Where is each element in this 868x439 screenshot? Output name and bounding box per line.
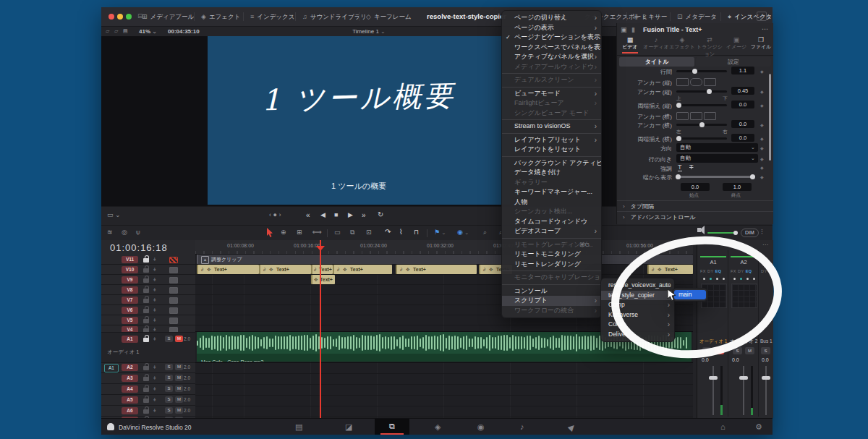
subtab-title[interactable]: タイトル xyxy=(619,57,694,67)
tab-effects[interactable]: ◈エフェクト xyxy=(669,36,695,51)
auto-select-icon[interactable]: ‹|› xyxy=(153,307,156,312)
replace-clip-icon[interactable]: ⊡ xyxy=(366,229,372,236)
page-fusion-icon[interactable]: ◈ xyxy=(435,422,441,432)
fader-value[interactable]: 0.0 xyxy=(702,357,709,362)
direction-select[interactable]: 自動⌄ xyxy=(676,143,758,152)
effects-button[interactable]: ◈エフェクト xyxy=(201,7,240,26)
auto-select-icon[interactable]: ‹|› xyxy=(153,297,156,302)
menu-item[interactable]: レイアウトプリセット xyxy=(502,135,601,145)
keyframe-icon[interactable]: ◆ xyxy=(760,136,764,141)
anchor-h-slider[interactable] xyxy=(676,124,727,126)
retime-curve-icon[interactable]: ↷ xyxy=(385,228,391,236)
justify-h-slider[interactable] xyxy=(676,137,727,140)
mute-button[interactable]: M xyxy=(175,385,183,392)
track-enable-box[interactable] xyxy=(169,317,178,324)
keyframe-icon[interactable]: ◆ xyxy=(760,174,764,179)
menu-item[interactable]: レイアウトをリセット xyxy=(502,145,601,155)
insert-clip-icon[interactable]: ▭ xyxy=(334,229,341,236)
menu-item[interactable]: リモートレンダリング xyxy=(502,260,601,270)
fader-track[interactable] xyxy=(743,366,744,415)
track-enable-box[interactable] xyxy=(169,327,178,332)
dy-button[interactable]: DY xyxy=(707,269,714,273)
playhead-line[interactable] xyxy=(320,240,321,418)
lock-icon[interactable] xyxy=(143,268,149,273)
track-enable-box[interactable] xyxy=(169,307,178,314)
track-header-v7[interactable]: V7 ‹|› xyxy=(101,295,195,305)
line-gap-slider[interactable] xyxy=(676,70,727,72)
submenu-item[interactable]: resolve_voicevox_auto xyxy=(601,281,674,291)
marker-menu[interactable]: ◉ ⌄ xyxy=(457,229,469,236)
mute-button[interactable]: M xyxy=(175,407,183,414)
solo-button[interactable]: S xyxy=(165,396,173,403)
lock-icon[interactable] xyxy=(143,309,149,313)
solo-button[interactable]: S xyxy=(165,407,173,414)
eq-button[interactable]: EQ xyxy=(746,269,752,273)
solo-button[interactable]: S xyxy=(761,347,770,354)
subtab-settings[interactable]: 設定 xyxy=(696,57,771,67)
lock-icon[interactable] xyxy=(143,388,149,392)
fader-value[interactable]: 0.0 xyxy=(762,357,769,362)
inspector-more-icon[interactable]: ⋯ xyxy=(762,25,768,33)
viewer-timecode[interactable]: 00:04:35:10 xyxy=(168,28,200,35)
fx-button[interactable]: FX xyxy=(731,269,736,273)
snapping-icon[interactable]: ◎ xyxy=(122,229,127,236)
link-clips-icon[interactable]: ⌇ xyxy=(399,228,403,236)
jog-control[interactable]: ‹ ● › xyxy=(269,211,281,218)
anchor-bottom-button[interactable] xyxy=(704,78,716,86)
auto-select-icon[interactable]: ‹|› xyxy=(153,277,156,281)
track-header-v4[interactable]: V4 ‹|› xyxy=(101,325,195,332)
flag-menu[interactable]: ⚑ ⌄ xyxy=(434,229,446,236)
stop-button[interactable]: ■ xyxy=(334,211,338,218)
lock-icon[interactable] xyxy=(143,258,149,263)
bypass-icon[interactable]: ▮ xyxy=(631,26,635,33)
menu-item[interactable]: ワークスペースでパネルを表示 xyxy=(502,43,601,53)
overwrite-clip-icon[interactable]: ⧉ xyxy=(350,229,354,236)
justify-v-slider[interactable] xyxy=(676,104,727,106)
tab-video[interactable]: ▦ビデオ xyxy=(617,36,643,54)
anchor-top-button[interactable] xyxy=(676,78,689,86)
menu-item[interactable]: バックグラウンド アクティビティ xyxy=(502,158,601,169)
textplus-clip[interactable]: ∂✥Text+ xyxy=(333,265,392,274)
zoom-box-icon[interactable]: ⌕ xyxy=(483,229,487,236)
lock-icon[interactable] xyxy=(143,319,149,323)
fader-handle[interactable] xyxy=(762,376,770,380)
submenu-item[interactable]: Kartaverse xyxy=(601,310,674,320)
solo-button[interactable]: S xyxy=(165,336,173,342)
textplus-clip[interactable]: ∂✥Text+ xyxy=(396,265,477,274)
menu-item[interactable]: ビデオスコープ xyxy=(502,226,601,236)
menu-item[interactable]: ページナビゲーションを表示 xyxy=(502,33,601,43)
write-on-start-value[interactable]: 0.0 xyxy=(681,183,710,191)
track-enable-box[interactable] xyxy=(169,297,178,304)
keyframe-icon[interactable]: ◆ xyxy=(760,165,764,170)
textplus-clip[interactable]: ∂Text+ xyxy=(311,265,333,274)
lock-icon[interactable] xyxy=(143,338,149,342)
anchor-center-button[interactable] xyxy=(690,112,702,120)
submenu-item[interactable]: Comp xyxy=(601,300,674,310)
timeline-selector[interactable]: Timeline 1 ⌄ xyxy=(326,28,412,35)
mute-button[interactable]: M xyxy=(715,347,724,354)
zoom-button[interactable] xyxy=(126,14,132,20)
track-header-v5[interactable]: V5 ‹|› xyxy=(101,315,195,325)
track-header-v8[interactable]: V8 ‹|› xyxy=(101,285,195,295)
mute-button[interactable]: M xyxy=(175,396,183,403)
fader-handle[interactable] xyxy=(739,376,748,380)
lock-icon[interactable] xyxy=(143,377,149,381)
speaker-icon[interactable] xyxy=(697,228,701,232)
dy-button[interactable]: DY xyxy=(761,269,767,273)
tab-transition[interactable]: ⇄トランジション xyxy=(695,36,724,58)
textplus-clip[interactable]: ∂✥Text+ xyxy=(647,265,693,274)
menu-item[interactable]: ビューアモード xyxy=(502,89,601,99)
keyframe-icon[interactable]: ◆ xyxy=(760,69,764,74)
sound-library-button[interactable]: ♫サウンドライブラリ xyxy=(302,7,367,26)
page-media-icon[interactable]: ▤ xyxy=(295,422,302,432)
auto-select-icon[interactable]: ‹|› xyxy=(153,375,156,380)
auto-select-icon[interactable]: ‹|› xyxy=(153,327,156,331)
adjustment-clip[interactable]: ▲ 調整クリップ xyxy=(197,255,693,264)
solo-button[interactable]: S xyxy=(165,375,173,381)
video-viewport[interactable]: 1 ツール概要 1 ツールの概要 xyxy=(208,36,510,205)
underline-button[interactable]: T xyxy=(678,163,682,171)
menu-item[interactable]: コンソール xyxy=(502,286,601,297)
auto-select-icon[interactable]: ‹|› xyxy=(153,365,156,369)
anchor-h-value[interactable]: 0.0 xyxy=(731,120,754,128)
menu-item[interactable]: キーワードマネージャー... xyxy=(502,187,601,197)
